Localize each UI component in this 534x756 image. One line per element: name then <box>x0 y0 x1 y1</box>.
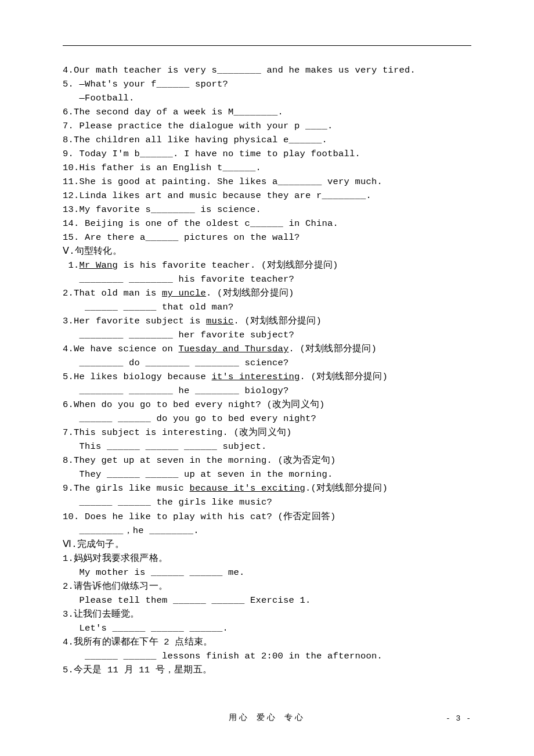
v1b: ________ ________ his favorite teacher? <box>63 272 471 286</box>
vi2a: 2.请告诉他们做练习一。 <box>63 579 471 593</box>
v3a-post: . (对划线部分提问) <box>234 316 322 326</box>
v10a: 10. Does he like to play with his cat? (… <box>63 510 471 524</box>
v8b: They ______ ______ up at seven in the mo… <box>63 467 471 481</box>
top-rule <box>63 45 471 46</box>
vi3b: Let's ______ ______ ______. <box>63 621 471 635</box>
v5b: ________ ________ he ________ biology? <box>63 384 471 398</box>
v4a: 4.We have science on Tuesday and Thursda… <box>63 342 471 356</box>
v1a-post: is his favorite teacher. (对划线部分提问) <box>118 260 338 271</box>
v5a: 5.He likes biology because it's interest… <box>63 370 471 384</box>
v1a-pre: 1. <box>63 260 80 271</box>
vi4b: ______ ______ lessons finish at 2:00 in … <box>63 649 471 663</box>
question-14: 14. Beijing is one of the oldest c______… <box>63 217 471 231</box>
vi5a: 5.今天是 11 月 11 号，星期五。 <box>63 663 471 677</box>
v10b: ________，he ________. <box>63 524 471 538</box>
question-5a: 5. —What's your f______ sport? <box>63 77 471 91</box>
question-5b: —Football. <box>63 91 471 105</box>
question-4: 4.Our math teacher is very s________ and… <box>63 63 471 77</box>
question-7: 7. Please practice the dialogue with you… <box>63 119 471 133</box>
vi1b: My mother is ______ ______ me. <box>63 566 471 579</box>
question-12: 12.Linda likes art and music because the… <box>63 189 471 203</box>
question-8: 8.The children all like having physical … <box>63 133 471 147</box>
v7a: 7.This subject is interesting. (改为同义句) <box>63 426 471 440</box>
v2a-pre: 2.That old man is <box>63 288 162 298</box>
v1a: 1.Mr Wang is his favorite teacher. (对划线部… <box>63 258 471 272</box>
v2b: ______ ______ that old man? <box>63 300 471 314</box>
v9a-underlined: because it's exciting <box>190 483 306 494</box>
v6a: 6.When do you go to bed every night? (改为… <box>63 398 471 412</box>
v3a-pre: 3.Her favorite subject is <box>63 316 206 326</box>
v5a-post: . (对划线部分提问) <box>300 372 388 382</box>
document-page: 4.Our math teacher is very s________ and… <box>0 0 534 756</box>
v2a-underlined: my uncle <box>162 288 206 298</box>
v9a-post: .(对划线部分提问) <box>305 483 388 494</box>
v2a: 2.That old man is my uncle. (对划线部分提问) <box>63 286 471 300</box>
question-15: 15. Are there a______ pictures on the wa… <box>63 231 471 244</box>
vi1a: 1.妈妈对我要求很严格。 <box>63 552 471 566</box>
v1a-underlined: Mr Wang <box>80 260 118 271</box>
v4a-underlined: Tuesday and Thursday <box>179 344 289 354</box>
v3a-underlined: music <box>206 316 234 326</box>
v9a-pre: 9.The girls like music <box>63 483 190 494</box>
v6b: ______ ______ do you go to bed every nig… <box>63 412 471 426</box>
vi4a: 4.我所有的课都在下午 2 点结束。 <box>63 635 471 649</box>
v5a-pre: 5.He likes biology because <box>63 372 212 382</box>
page-number: - 3 - <box>446 713 471 725</box>
v7b: This ______ ______ ______ subject. <box>63 440 471 453</box>
v3a: 3.Her favorite subject is music. (对划线部分提… <box>63 314 471 328</box>
question-10: 10.His father is an English t______. <box>63 161 471 175</box>
v4b: ________ do ________ ________ science? <box>63 356 471 370</box>
v5a-underlined: it's interesting <box>212 372 300 382</box>
v4a-post: . (对划线部分提问) <box>289 344 377 354</box>
question-6: 6.The second day of a week is M________. <box>63 105 471 119</box>
v4a-pre: 4.We have science on <box>63 344 179 354</box>
question-13: 13.My favorite s________ is science. <box>63 203 471 217</box>
v3b: ________ ________ her favorite subject? <box>63 328 471 342</box>
section-vi-title: Ⅵ.完成句子。 <box>63 538 471 552</box>
v2a-post: . (对划线部分提问) <box>206 288 294 298</box>
question-11: 11.She is good at painting. She likes a_… <box>63 175 471 189</box>
vi3a: 3.让我们去睡觉。 <box>63 607 471 621</box>
v9b: ______ ______ the girls like music? <box>63 495 471 509</box>
question-9: 9. Today I'm b______. I have no time to … <box>63 147 471 161</box>
v8a: 8.They get up at seven in the morning. (… <box>63 453 471 467</box>
vi2b: Please tell them ______ ______ Exercise … <box>63 593 471 607</box>
section-v-title: Ⅴ.句型转化。 <box>63 244 471 258</box>
v9a: 9.The girls like music because it's exci… <box>63 481 471 495</box>
